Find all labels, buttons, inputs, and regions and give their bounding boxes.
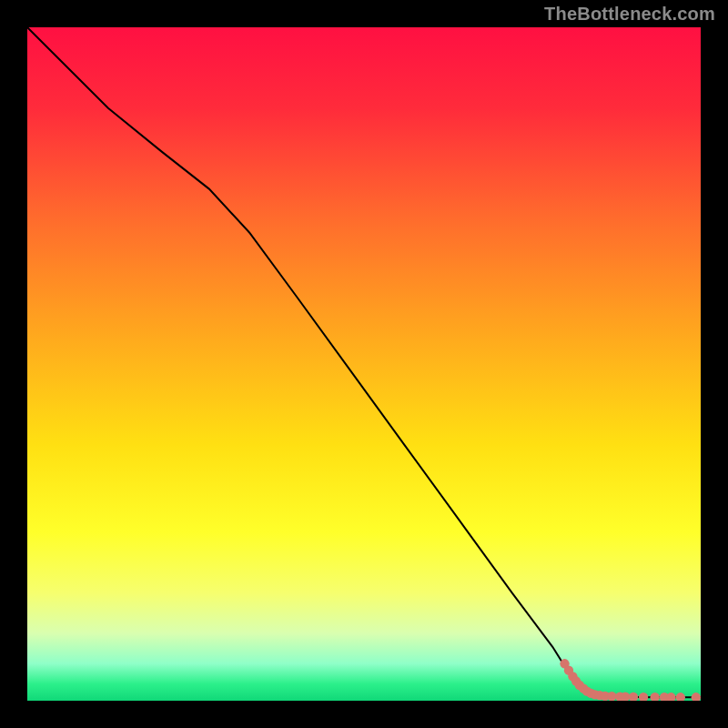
chart-background: [27, 27, 701, 701]
watermark-label: TheBottleneck.com: [544, 4, 715, 25]
chart-plot: [27, 27, 701, 701]
chart-frame: TheBottleneck.com: [0, 0, 728, 728]
scatter-dot: [607, 692, 616, 701]
chart-svg: [27, 27, 701, 701]
